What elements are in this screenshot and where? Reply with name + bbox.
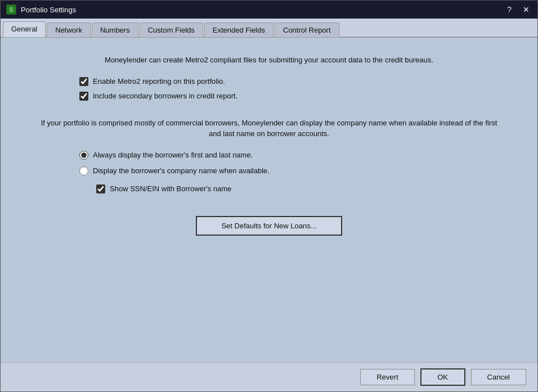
metro2-checkboxes: Enable Metro2 reporting on this portfoli… [34,77,504,101]
close-button[interactable]: ✕ [521,6,532,13]
ok-button[interactable]: OK [420,368,465,386]
tab-network[interactable]: Network [47,22,91,37]
include-secondary-item[interactable]: Include secondary borrowers in credit re… [79,92,504,101]
show-ssn-checkbox[interactable] [96,184,105,193]
defaults-button-area: Set Defaults for New Loans... [34,216,504,236]
cancel-button[interactable]: Cancel [471,369,526,385]
set-defaults-button[interactable]: Set Defaults for New Loans... [196,216,342,236]
tab-general[interactable]: General [3,21,46,37]
tab-custom-fields[interactable]: Custom Fields [140,22,203,37]
ssn-item[interactable]: Show SSN/EIN with Borrower's name [96,184,504,193]
title-bar: S Portfolio Settings ? ✕ [1,1,537,19]
radio-name[interactable] [79,151,88,160]
radio-name-label[interactable]: Always display the borrower's first and … [93,151,253,159]
enable-metro2-checkbox[interactable] [79,77,88,86]
radio-company-item[interactable]: Display the borrower's company name when… [79,166,504,175]
tab-extended-fields[interactable]: Extended Fields [204,22,274,37]
portfolio-settings-window: S Portfolio Settings ? ✕ General Network… [0,0,538,392]
enable-metro2-item[interactable]: Enable Metro2 reporting on this portfoli… [79,77,504,86]
app-icon: S [6,4,16,15]
ssn-checkbox-area: Show SSN/EIN with Borrower's name [34,184,504,193]
tab-control-report[interactable]: Control Report [275,22,339,37]
radio-company[interactable] [79,166,88,175]
metro2-description: Moneylender can create Metro2 compliant … [34,55,504,66]
tab-bar: General Network Numbers Custom Fields Ex… [1,19,537,38]
radio-name-item[interactable]: Always display the borrower's first and … [79,151,504,160]
tab-numbers[interactable]: Numbers [92,22,138,37]
enable-metro2-label[interactable]: Enable Metro2 reporting on this portfoli… [93,77,225,85]
include-secondary-checkbox[interactable] [79,92,88,101]
borrower-radio-group: Always display the borrower's first and … [34,151,504,175]
borrower-description: If your portfolio is comprised mostly of… [34,118,504,139]
window-title: Portfolio Settings [21,6,76,14]
help-button[interactable]: ? [505,6,514,13]
ssn-label[interactable]: Show SSN/EIN with Borrower's name [110,184,231,193]
include-secondary-label[interactable]: Include secondary borrowers in credit re… [93,92,237,100]
title-bar-left: S Portfolio Settings [6,4,76,15]
main-content: Moneylender can create Metro2 compliant … [1,38,537,362]
title-bar-right: ? ✕ [505,6,532,13]
footer: Revert OK Cancel [1,362,537,391]
radio-company-label[interactable]: Display the borrower's company name when… [93,166,270,175]
revert-button[interactable]: Revert [360,369,414,385]
